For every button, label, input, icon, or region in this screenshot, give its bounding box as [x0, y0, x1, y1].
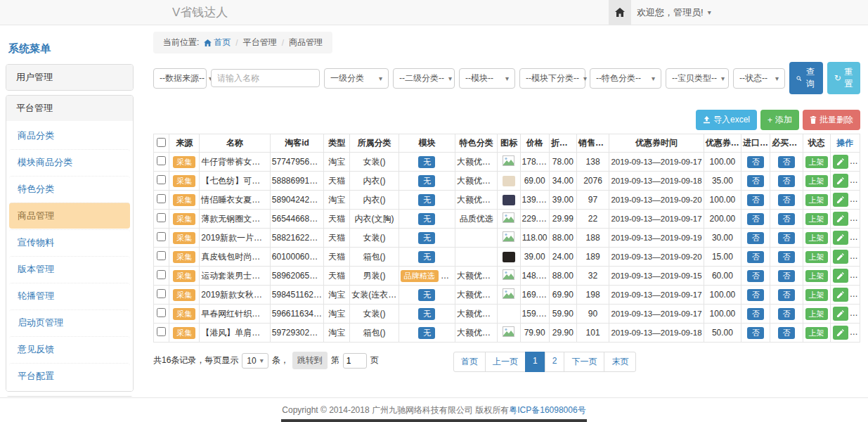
imported-toggle-badge[interactable]: 否 [747, 308, 764, 320]
status-badge[interactable]: 上架 [805, 251, 828, 263]
filter-select[interactable]: --模块-- ▾ [459, 68, 515, 89]
row-checkbox[interactable] [157, 156, 166, 165]
status-badge[interactable]: 上架 [805, 308, 828, 320]
page-size-select[interactable]: 10 ▾ [242, 353, 268, 369]
edit-button[interactable] [833, 307, 848, 321]
sidebar-subitem[interactable]: 商品管理 [9, 203, 130, 229]
reset-button[interactable]: ↻ 重置 [827, 62, 860, 94]
source-badge: 采集 [173, 289, 195, 301]
edit-button[interactable] [833, 212, 848, 226]
edit-button[interactable] [833, 193, 848, 207]
filter-select[interactable]: 一级分类 ▾ [324, 68, 389, 89]
must-buy-toggle-badge[interactable]: 否 [778, 251, 795, 263]
page-button[interactable]: 2 [545, 352, 565, 372]
edit-icon [836, 329, 844, 337]
edit-button[interactable] [833, 155, 848, 169]
edit-button[interactable] [833, 250, 848, 264]
status-badge[interactable]: 上架 [805, 175, 828, 187]
status-badge[interactable]: 上架 [805, 194, 828, 206]
row-checkbox[interactable] [157, 270, 166, 279]
breadcrumb-home-link[interactable]: 首页 [204, 37, 231, 49]
status-badge[interactable]: 上架 [805, 156, 828, 168]
imported-toggle-badge[interactable]: 否 [747, 156, 764, 168]
data-source-select[interactable]: --数据来源-- ▾ [153, 68, 207, 89]
module-cell: 品牌精选 爱上运动 [399, 267, 455, 286]
icp-link[interactable]: 粤ICP备16098006号 [509, 405, 585, 415]
sidebar-subitem[interactable]: 版本管理 [9, 256, 130, 282]
row-checkbox[interactable] [157, 213, 166, 222]
status-badge[interactable]: 上架 [805, 289, 828, 301]
must-buy-toggle-badge[interactable]: 否 [778, 213, 795, 225]
edit-button[interactable] [833, 326, 848, 340]
sidebar-subitem[interactable]: 启动页管理 [9, 309, 130, 335]
search-button[interactable]: 查询 [789, 62, 823, 94]
add-button[interactable]: + 添加 [760, 110, 799, 130]
filter-select[interactable]: --模块下分类-- ▾ [519, 68, 585, 89]
must-buy-toggle-badge[interactable]: 否 [778, 327, 795, 339]
sidebar-subitem[interactable]: 模块商品分类 [9, 149, 130, 175]
must-buy-toggle-badge[interactable]: 否 [778, 175, 795, 187]
sidebar-panel-header[interactable]: 平台管理 [6, 96, 133, 121]
row-checkbox[interactable] [157, 175, 166, 184]
breadcrumb-separator: / [282, 38, 284, 48]
page-button[interactable]: 首页 [453, 352, 486, 372]
imported-toggle-badge[interactable]: 否 [747, 327, 764, 339]
sidebar-subitem[interactable]: 宣传物料 [9, 229, 130, 255]
imported-toggle-badge[interactable]: 否 [747, 251, 764, 263]
import-excel-button[interactable]: 导入excel [696, 110, 757, 130]
product-name: 早春网红针织外套女春... [200, 305, 271, 324]
user-menu[interactable]: 欢迎您，管理员! ▾ [637, 0, 711, 25]
page-button[interactable]: 下一页 [564, 352, 604, 372]
must-buy-toggle-badge[interactable]: 否 [778, 270, 795, 282]
imported-toggle-badge[interactable]: 否 [747, 270, 764, 282]
edit-button[interactable] [833, 269, 848, 283]
row-checkbox[interactable] [157, 232, 166, 241]
status-badge[interactable]: 上架 [805, 213, 828, 225]
imported-toggle-badge[interactable]: 否 [747, 289, 764, 301]
sidebar-subitem[interactable]: 商品分类 [9, 123, 130, 148]
status-badge[interactable]: 上架 [805, 327, 828, 339]
sidebar-panel-header[interactable]: 用户管理 [6, 65, 133, 90]
name-search-input[interactable] [211, 69, 320, 87]
page-button[interactable]: 1 [525, 352, 545, 372]
row-checkbox[interactable] [157, 194, 166, 203]
row-checkbox[interactable] [157, 327, 166, 336]
product-category: 箱包() [350, 248, 399, 267]
filter-select[interactable]: --二级分类-- ▾ [393, 68, 455, 89]
select-all-checkbox[interactable] [157, 138, 166, 147]
product-type: 淘宝 [324, 191, 350, 210]
edit-button[interactable] [833, 288, 848, 302]
row-checkbox[interactable] [157, 251, 166, 260]
row-checkbox[interactable] [157, 308, 166, 317]
jump-page-input[interactable] [343, 353, 367, 369]
data-source-value: --数据来源-- [160, 72, 205, 84]
must-buy-toggle-badge[interactable]: 否 [778, 156, 795, 168]
status-badge[interactable]: 上架 [805, 270, 828, 282]
sales-count: 22 [576, 210, 609, 229]
row-checkbox[interactable] [157, 289, 166, 298]
edit-button[interactable] [833, 231, 848, 245]
sidebar-subitem[interactable]: 轮播管理 [9, 283, 130, 309]
imported-toggle-badge[interactable]: 否 [747, 194, 764, 206]
filter-select[interactable]: --状态-- ▾ [733, 68, 785, 89]
edit-button[interactable] [833, 174, 848, 188]
must-buy-toggle-badge[interactable]: 否 [778, 194, 795, 206]
must-buy-toggle-badge[interactable]: 否 [778, 308, 795, 320]
imported-toggle-badge[interactable]: 否 [747, 175, 764, 187]
status-badge[interactable]: 上架 [805, 232, 828, 244]
filter-select[interactable]: --特色分类-- ▾ [590, 68, 661, 89]
home-button[interactable] [609, 0, 631, 25]
sidebar-subitem[interactable]: 特色分类 [9, 176, 130, 202]
sidebar-subitem[interactable]: 平台配置 [9, 363, 130, 389]
must-buy-toggle-badge[interactable]: 否 [778, 232, 795, 244]
page-button[interactable]: 上一页 [485, 352, 526, 372]
sales-count: 97 [576, 191, 609, 210]
batch-delete-button[interactable]: 批量删除 [803, 110, 860, 130]
imported-toggle-badge[interactable]: 否 [747, 232, 764, 244]
page-button[interactable]: 末页 [604, 352, 636, 372]
jump-button[interactable]: 跳转到 [292, 352, 328, 369]
must-buy-toggle-badge[interactable]: 否 [778, 289, 795, 301]
imported-toggle-badge[interactable]: 否 [747, 213, 764, 225]
sidebar-subitem[interactable]: 意见反馈 [9, 336, 130, 362]
filter-select[interactable]: --宝贝类型-- ▾ [666, 68, 729, 89]
